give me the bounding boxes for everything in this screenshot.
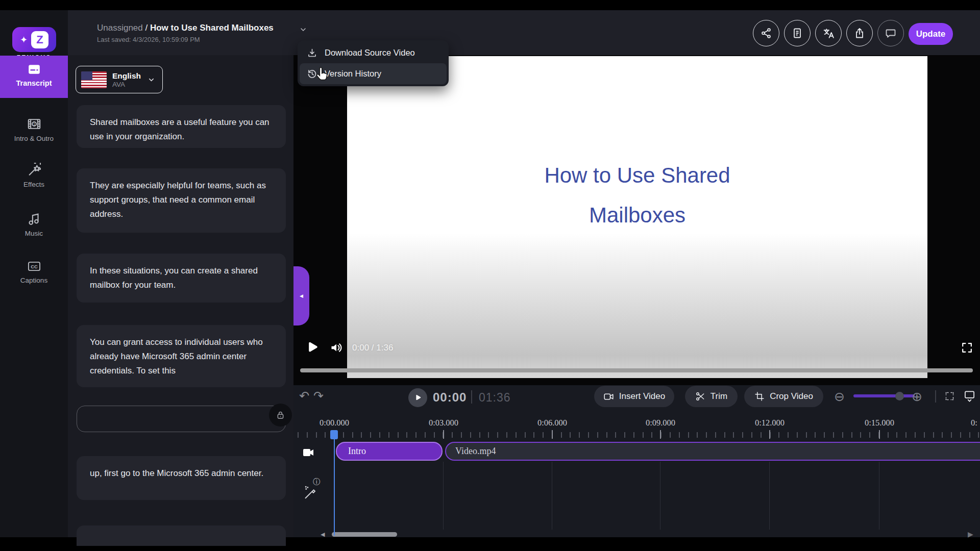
transcript-segment[interactable]: Shared mailboxes are a useful feature yo… — [77, 105, 286, 148]
scroll-right-arrow[interactable]: ▶ — [968, 530, 973, 538]
translate-icon — [822, 27, 835, 40]
sidebar-item-label: Effects — [0, 181, 68, 188]
menu-item-version-history[interactable]: Version History — [300, 63, 447, 84]
info-icon: ⓘ — [313, 478, 320, 487]
voice-name: AVA — [112, 81, 141, 88]
transcript-segment[interactable]: They are especially helpful for teams, s… — [77, 168, 286, 233]
button-label: Crop Video — [770, 391, 813, 402]
play-icon — [414, 394, 422, 402]
ruler-label: 0:06.000 — [529, 418, 575, 428]
update-button[interactable]: Update — [909, 23, 953, 45]
playhead-handle[interactable] — [330, 430, 338, 439]
timeline-gridline — [443, 462, 444, 530]
ai-enhance-track-icon[interactable]: ⓘ — [303, 484, 318, 500]
language-selector[interactable]: English AVA — [76, 66, 163, 93]
breadcrumb[interactable]: Unassigned / How to Use Shared Mailboxes — [97, 23, 274, 33]
document-button[interactable] — [784, 20, 811, 46]
comments-button[interactable] — [877, 20, 904, 46]
timeline-current-time: 00:00 — [433, 390, 467, 405]
collapse-arrow-icon: ◀ — [300, 293, 303, 298]
zoom-slider-thumb[interactable] — [895, 392, 904, 400]
logo-z-icon: Z — [31, 31, 48, 48]
transcript-segment[interactable]: You can grant access to individual users… — [77, 325, 286, 387]
share-button[interactable] — [753, 20, 779, 46]
ruler-label: 0: — [971, 418, 980, 428]
segment-text: They are especially helpful for teams, s… — [90, 181, 266, 219]
film-strip-icon: 1 — [0, 116, 68, 132]
redo-button[interactable]: ↷ — [313, 390, 324, 402]
svg-text:1: 1 — [33, 122, 35, 127]
chevron-down-icon — [148, 76, 155, 84]
ruler-major-tick — [660, 430, 661, 439]
sidebar-item-label: Intro & Outro — [0, 135, 68, 142]
scissors-icon — [695, 391, 705, 402]
transcript-segment[interactable]: up, first go to the Microsoft 365 admin … — [77, 456, 286, 500]
translate-button[interactable] — [815, 20, 842, 46]
timeline-gridline — [660, 462, 660, 530]
timeline-zoom-slider[interactable] — [853, 394, 915, 397]
player-time: 0:00 / 1:36 — [352, 343, 393, 353]
insert-video-button[interactable]: Insert Video — [594, 386, 674, 407]
timeline-total-time: 01:36 — [479, 391, 511, 405]
button-label: Trim — [710, 391, 727, 402]
segment-text: You can grant access to individual users… — [90, 337, 263, 375]
timeline-scrollbar-thumb[interactable] — [332, 532, 397, 537]
zoom-in-button[interactable]: ⊕ — [912, 390, 922, 403]
timeline-gridline — [879, 462, 879, 530]
ruler-label: 0:12.000 — [747, 418, 793, 428]
undo-button[interactable]: ↶ — [299, 390, 309, 402]
timeline-section — [293, 385, 980, 537]
zoom-out-button[interactable]: ⊖ — [834, 390, 845, 403]
segment-text: In these situations, you can create a sh… — [90, 266, 258, 290]
scroll-left-arrow[interactable]: ◀ — [321, 531, 325, 538]
undo-icon: ↶ — [299, 389, 309, 403]
fit-timeline-button[interactable] — [944, 391, 955, 402]
sidebar: ✦ Z ZENIOUS Transcript 1 Intro & Outro E… — [0, 10, 68, 537]
breadcrumb-title[interactable]: How to Use Shared Mailboxes — [150, 23, 274, 33]
segment-text: up, first go to the Microsoft 365 admin … — [90, 468, 263, 478]
magic-wand-icon — [0, 161, 68, 178]
fullscreen-button[interactable] — [961, 341, 973, 354]
collapse-panel-button[interactable]: ◀ — [293, 266, 309, 325]
clip-video-mp4[interactable]: Video.mp4 — [445, 442, 980, 461]
sidebar-item-transcript[interactable]: Transcript — [0, 56, 68, 98]
app-root: ✦ Z ZENIOUS Transcript 1 Intro & Outro E… — [0, 0, 980, 551]
app-logo[interactable]: ✦ Z — [12, 27, 56, 52]
timeline-play-button[interactable] — [408, 388, 427, 407]
crop-video-button[interactable]: Crop Video — [744, 386, 823, 407]
video-slide-title: How to Use Shared Mailboxes — [347, 156, 927, 235]
sidebar-item-captions[interactable]: CC Captions — [0, 259, 68, 284]
breadcrumb-folder[interactable]: Unassigned — [97, 23, 143, 33]
clip-label: Video.mp4 — [455, 446, 496, 457]
video-canvas[interactable]: How to Use Shared Mailboxes — [347, 56, 927, 378]
us-flag-icon — [81, 71, 107, 88]
volume-button[interactable] — [329, 341, 343, 355]
export-button[interactable] — [846, 20, 873, 46]
document-icon — [791, 27, 803, 39]
ruler-ticks[interactable] — [298, 432, 980, 438]
play-button[interactable] — [305, 340, 319, 355]
svg-text:CC: CC — [31, 264, 38, 269]
menu-item-label: Download Source Video — [325, 48, 415, 58]
timeline-gridline — [552, 462, 552, 530]
ruler-label: 0:03.000 — [421, 418, 467, 428]
lock-icon — [276, 410, 285, 420]
seek-bar[interactable] — [300, 368, 973, 372]
ruler-major-tick — [879, 430, 880, 439]
transcript-segment[interactable]: In these situations, you can create a sh… — [77, 254, 286, 303]
sidebar-item-effects[interactable]: Effects — [0, 161, 68, 188]
trim-button[interactable]: Trim — [685, 386, 738, 407]
preview-monitor-button[interactable] — [964, 390, 975, 403]
locked-segment-input[interactable] — [77, 406, 286, 432]
playhead-line — [334, 435, 335, 536]
ruler-major-tick — [443, 430, 444, 439]
sidebar-item-intro-outro[interactable]: 1 Intro & Outro — [0, 116, 68, 142]
transcript-segment-partial[interactable] — [77, 525, 286, 546]
sidebar-item-music[interactable]: Music — [0, 211, 68, 237]
lock-badge — [269, 404, 292, 427]
timeline-gridline — [769, 462, 770, 530]
menu-item-download-source-video[interactable]: Download Source Video — [300, 42, 447, 63]
clip-intro[interactable]: Intro — [336, 442, 443, 461]
music-note-icon — [0, 211, 68, 227]
chevron-down-icon[interactable] — [299, 26, 307, 34]
